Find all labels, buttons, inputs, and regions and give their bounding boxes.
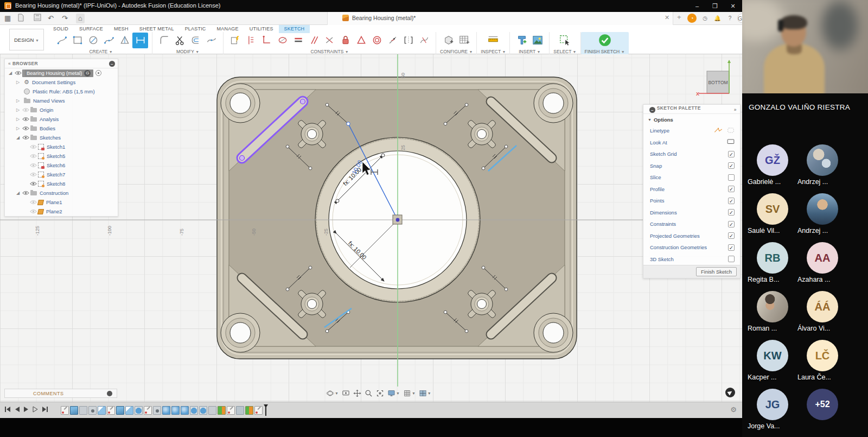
browser-collapse-icon[interactable]: – [109, 61, 115, 67]
feedback-rocket-icon[interactable] [725, 388, 735, 397]
close-button[interactable]: ✕ [725, 0, 741, 12]
origin-point[interactable] [393, 215, 402, 224]
toolbar-group-label[interactable]: CONSTRAINTS ▼ [310, 49, 348, 54]
sketch-palette-header[interactable]: – SKETCH PALETTE » [643, 105, 740, 114]
linetype-construction-icon[interactable] [727, 127, 735, 135]
toolbar-group-label[interactable]: FINISH SKETCH ▼ [585, 49, 625, 54]
activate-radio-icon[interactable] [95, 70, 101, 76]
checkbox-checked[interactable]: ✓ [728, 244, 735, 251]
timeline-feature-sphere-icon[interactable] [162, 406, 170, 415]
visibility-eye-icon[interactable] [21, 117, 30, 122]
browser-row-plane2[interactable]: Plane2 [5, 207, 118, 216]
browser-row-bodies[interactable]: ▷Bodies [5, 124, 118, 133]
timeline-feature-sphere-icon[interactable] [181, 406, 189, 415]
configure-tool-icon[interactable] [441, 33, 456, 48]
toolbar-group-label[interactable]: CONFIGURE ▼ [440, 49, 473, 54]
timeline-feature-fillet-icon[interactable] [98, 406, 106, 415]
timeline-feature-sketch-icon[interactable] [144, 406, 152, 415]
timeline-feature-extrude-icon[interactable] [70, 406, 78, 415]
palette-close-icon[interactable]: – [649, 107, 655, 113]
browser-row-named-views[interactable]: ▷Named Views [5, 96, 118, 105]
select-tool-icon[interactable] [557, 33, 573, 48]
look-at-icon[interactable] [342, 389, 350, 397]
palette-options-section[interactable]: ▼Options [643, 114, 740, 125]
grid-settings-icon[interactable]: ▼ [403, 389, 416, 397]
linetype-normal-icon[interactable] [714, 127, 723, 135]
curvature-constraint-icon[interactable] [416, 33, 432, 48]
step-forward-icon[interactable] [33, 406, 39, 413]
visibility-eye-icon[interactable] [29, 200, 37, 205]
step-back-icon[interactable] [14, 406, 20, 413]
expander-icon[interactable]: ◢ [15, 191, 21, 195]
browser-row-sketch5[interactable]: Sketch5 [5, 151, 118, 161]
finish-sketch-check-icon[interactable] [597, 33, 612, 48]
browser-header[interactable]: « BROWSER – [5, 59, 118, 68]
design-workspace-dropdown[interactable]: DESIGN ▼ [9, 29, 44, 50]
save-icon[interactable] [34, 14, 41, 23]
participant-tile[interactable]: +52 [796, 389, 848, 435]
app-grid-icon[interactable]: ▦ [4, 14, 11, 23]
timeline-feature-box-gray-icon[interactable] [79, 406, 87, 415]
expander-icon[interactable]: ◢ [15, 135, 21, 140]
pan-icon[interactable] [353, 389, 361, 397]
participant-tile[interactable]: AAAzahara ... [796, 242, 848, 289]
toolbar-group-label[interactable]: INSERT ▼ [519, 49, 540, 54]
timeline-feature-revolve-icon[interactable] [199, 406, 207, 415]
visibility-eye-icon[interactable] [14, 71, 22, 75]
concentric-constraint-icon[interactable] [369, 33, 385, 48]
timeline-feature-revolve-icon[interactable] [190, 406, 198, 415]
fillet-tool-icon[interactable] [156, 33, 172, 48]
timeline-feature-appearance-icon[interactable] [218, 406, 226, 415]
symmetry-constraint-icon[interactable] [400, 33, 416, 48]
participant-tile[interactable]: GŽGabrielė ... [746, 144, 799, 191]
participant-tile[interactable]: Roman ... [746, 291, 799, 338]
circle-tool-icon[interactable] [85, 33, 101, 48]
sketch-pattern-tool-icon[interactable] [227, 33, 243, 48]
visibility-eye-icon[interactable] [29, 181, 37, 186]
play-icon[interactable] [23, 406, 29, 413]
browser-row-bearing-housing-metal-[interactable]: ◢Bearing Housing (metal)G [5, 68, 118, 78]
visibility-eye-icon[interactable] [29, 144, 37, 149]
toolbar-group-label[interactable]: CREATE ▼ [89, 49, 112, 54]
timeline-position-marker[interactable] [265, 405, 266, 416]
timeline-feature-hole-icon[interactable] [88, 406, 97, 415]
notifications-bell-icon[interactable]: 🔔 [713, 14, 722, 23]
display-settings-icon[interactable]: ▼ [387, 389, 400, 397]
timeline-feature-sketch-icon[interactable] [227, 406, 235, 415]
participant-tile[interactable]: RBRegita B... [746, 242, 799, 289]
horizontal-constraint-icon[interactable] [290, 33, 306, 48]
participant-tile[interactable]: Andrzej ... [796, 144, 848, 191]
trim-tool-icon[interactable] [172, 33, 188, 48]
parallel-constraint-icon[interactable] [306, 33, 322, 48]
checkbox-checked[interactable]: ✓ [728, 221, 735, 227]
line-tool-icon[interactable] [54, 33, 69, 48]
timeline-feature-sketch-icon[interactable] [254, 406, 263, 415]
new-tab-icon[interactable]: + [677, 13, 681, 21]
timeline-feature-box-gray-icon[interactable] [208, 406, 216, 415]
notifications-clock-icon[interactable]: ◷ [700, 14, 710, 23]
timeline-feature-hole-icon[interactable] [153, 406, 161, 415]
viewports-icon[interactable]: ▼ [419, 389, 431, 397]
participant-tile[interactable]: LČLaura Če... [796, 340, 848, 387]
checkbox-checked[interactable]: ✓ [728, 186, 735, 192]
document-tab[interactable]: Bearing Housing (metal)* [327, 12, 673, 25]
visibility-eye-icon[interactable] [21, 107, 30, 112]
comments-bar[interactable]: COMMENTS [4, 389, 117, 398]
expander-icon[interactable]: ▷ [15, 80, 21, 85]
slot-tool-icon[interactable] [275, 33, 290, 48]
visibility-eye-icon[interactable] [29, 209, 37, 214]
skip-to-end-icon[interactable] [42, 406, 48, 413]
participant-tile[interactable]: Andrzej ... [796, 193, 848, 240]
browser-row-sketch1[interactable]: Sketch1 [5, 142, 118, 151]
browser-row-sketch7[interactable]: Sketch7 [5, 170, 118, 179]
timeline-feature-sketch-icon[interactable] [61, 406, 69, 415]
spline-tool-icon[interactable] [101, 33, 117, 48]
offset-tool-icon[interactable] [188, 33, 203, 48]
collinear-constraint-icon[interactable] [385, 33, 400, 48]
checkbox-checked[interactable]: ✓ [728, 162, 735, 169]
speaker-video[interactable] [742, 0, 868, 93]
browser-row-sketch6[interactable]: Sketch6 [5, 161, 118, 170]
checkbox-unchecked[interactable] [728, 256, 735, 262]
minimize-button[interactable]: – [689, 0, 705, 12]
corner-tool-icon[interactable] [259, 33, 275, 48]
